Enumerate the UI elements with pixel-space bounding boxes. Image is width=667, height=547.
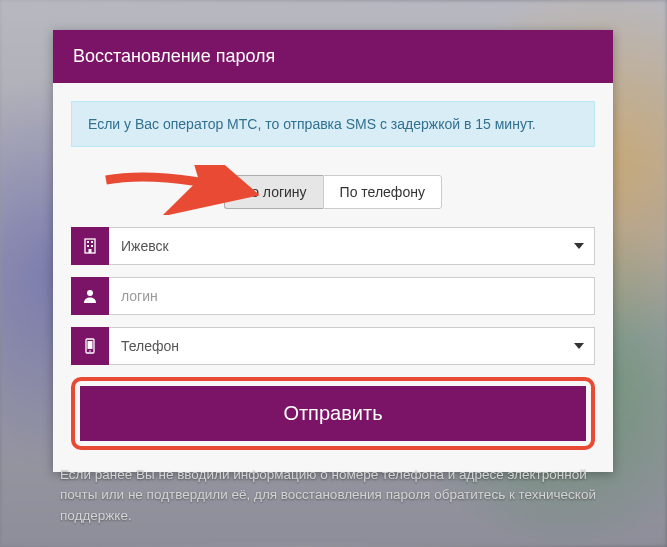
phone-select[interactable]: Телефон <box>109 327 595 365</box>
svg-point-6 <box>87 290 93 296</box>
svg-rect-5 <box>89 249 92 253</box>
city-select[interactable]: Ижевск <box>109 227 595 265</box>
info-text: Если у Вас оператор МТС, то отправка SMS… <box>88 116 536 132</box>
info-alert: Если у Вас оператор МТС, то отправка SMS… <box>71 101 595 147</box>
phone-icon <box>71 327 109 365</box>
svg-point-9 <box>89 350 91 352</box>
password-recovery-panel: Восстановление пароля Если у Вас операто… <box>53 30 613 472</box>
tab-row: По логину По телефону <box>71 175 595 209</box>
svg-rect-3 <box>87 245 89 247</box>
submit-highlight: Отправить <box>71 377 595 450</box>
tab-by-login[interactable]: По логину <box>224 175 323 209</box>
footer-note: Если ранее Вы не вводили информацию о но… <box>60 465 600 526</box>
tab-group: По логину По телефону <box>224 175 442 209</box>
svg-rect-2 <box>91 241 93 243</box>
login-row <box>71 277 595 315</box>
phone-row: Телефон <box>71 327 595 365</box>
svg-rect-8 <box>88 341 93 349</box>
user-icon <box>71 277 109 315</box>
city-row: Ижевск <box>71 227 595 265</box>
submit-button[interactable]: Отправить <box>80 386 586 441</box>
building-icon <box>71 227 109 265</box>
panel-header: Восстановление пароля <box>53 30 613 83</box>
panel-title: Восстановление пароля <box>73 46 275 66</box>
svg-rect-4 <box>91 245 93 247</box>
login-input[interactable] <box>109 277 595 315</box>
tab-by-phone[interactable]: По телефону <box>323 175 442 209</box>
panel-body: Если у Вас оператор МТС, то отправка SMS… <box>53 83 613 472</box>
svg-rect-1 <box>87 241 89 243</box>
